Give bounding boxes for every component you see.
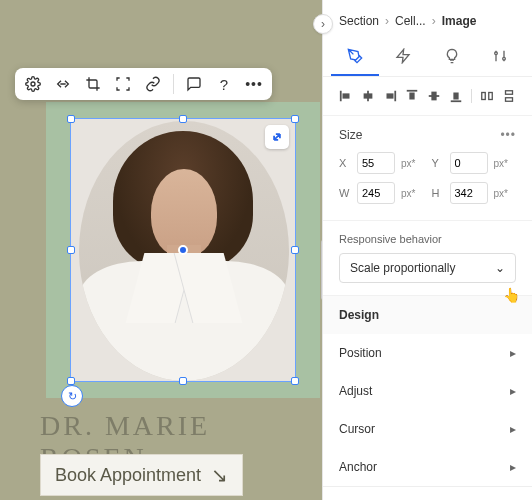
accordion-position[interactable]: Position ▸ — [323, 334, 532, 372]
svg-rect-15 — [453, 93, 458, 100]
toolbar-divider — [173, 74, 174, 94]
svg-marker-1 — [397, 49, 409, 62]
attach-icon[interactable] — [143, 74, 163, 94]
tab-ideas[interactable] — [428, 38, 476, 76]
align-right-icon[interactable] — [381, 87, 399, 105]
tab-advanced[interactable] — [476, 38, 524, 76]
stage: ? ••• — [10, 10, 322, 500]
expand-icon[interactable] — [265, 125, 289, 149]
image-selection[interactable]: ↻ — [70, 118, 296, 382]
x-input[interactable] — [357, 152, 395, 174]
book-label: Book Appointment — [55, 465, 201, 486]
canvas-area[interactable]: ? ••• — [0, 0, 322, 500]
w-unit[interactable]: px* — [401, 188, 415, 199]
responsive-section: Responsive behavior Scale proportionally… — [323, 221, 532, 296]
alignment-row — [323, 77, 532, 116]
y-label: Y — [432, 157, 444, 169]
responsive-label: Responsive behavior — [339, 233, 516, 245]
crumb-image[interactable]: Image — [442, 14, 477, 28]
chevron-icon: › — [385, 14, 389, 28]
resize-handle-mr[interactable] — [291, 246, 299, 254]
align-divider — [471, 89, 472, 103]
x-label: X — [339, 157, 351, 169]
focus-icon[interactable] — [113, 74, 133, 94]
responsive-value: Scale proportionally — [350, 261, 455, 275]
resize-handle-tl[interactable] — [67, 115, 75, 123]
chevron-down-icon: ⌄ — [495, 261, 505, 275]
svg-rect-8 — [394, 91, 396, 102]
h-label: H — [432, 187, 444, 199]
y-unit[interactable]: px* — [494, 158, 508, 169]
svg-point-3 — [503, 57, 506, 60]
align-center-v-icon[interactable] — [425, 87, 443, 105]
align-bottom-icon[interactable] — [447, 87, 465, 105]
chevron-icon: ▸ — [510, 460, 516, 474]
svg-rect-18 — [506, 91, 513, 95]
more-icon[interactable]: ••• — [244, 74, 264, 94]
w-input[interactable] — [357, 182, 395, 204]
svg-rect-13 — [431, 92, 436, 101]
svg-rect-11 — [409, 93, 414, 100]
settings-icon[interactable] — [23, 74, 43, 94]
svg-rect-14 — [451, 100, 462, 102]
accordion-cursor[interactable]: Cursor ▸ — [323, 410, 532, 448]
resize-handle-br[interactable] — [291, 377, 299, 385]
breadcrumb: Section › Cell... › Image — [323, 0, 532, 38]
chevron-icon: ▸ — [510, 346, 516, 360]
svg-rect-4 — [340, 91, 342, 102]
comment-icon[interactable] — [184, 74, 204, 94]
svg-rect-9 — [387, 93, 394, 98]
accordion-design[interactable]: Design — [323, 296, 532, 334]
svg-rect-16 — [482, 93, 486, 100]
svg-rect-5 — [343, 93, 350, 98]
distribute-v-icon[interactable] — [500, 87, 518, 105]
h-input[interactable] — [450, 182, 488, 204]
h-unit[interactable]: px* — [494, 188, 508, 199]
svg-rect-19 — [506, 98, 513, 102]
svg-point-0 — [31, 82, 35, 86]
align-left-icon[interactable] — [337, 87, 355, 105]
x-unit[interactable]: px* — [401, 158, 415, 169]
resize-handle-ml[interactable] — [67, 246, 75, 254]
unlink-icon[interactable] — [53, 74, 73, 94]
crumb-cell[interactable]: Cell... — [395, 14, 426, 28]
y-input[interactable] — [450, 152, 488, 174]
collapse-panel-button[interactable]: › — [313, 14, 333, 34]
distribute-h-icon[interactable] — [478, 87, 496, 105]
accordion-adjust[interactable]: Adjust ▸ — [323, 372, 532, 410]
svg-rect-17 — [489, 93, 493, 100]
crumb-section[interactable]: Section — [339, 14, 379, 28]
align-center-h-icon[interactable] — [359, 87, 377, 105]
rotate-handle[interactable]: ↻ — [61, 385, 83, 407]
resize-handle-bl[interactable] — [67, 377, 75, 385]
resize-handle-tr[interactable] — [291, 115, 299, 123]
resize-handle-tm[interactable] — [179, 115, 187, 123]
floating-toolbar: ? ••• — [15, 68, 272, 100]
book-appointment-button[interactable]: Book Appointment ↘ — [40, 454, 243, 496]
responsive-select[interactable]: Scale proportionally ⌄ — [339, 253, 516, 283]
arrow-icon: ↘ — [211, 463, 228, 487]
svg-rect-7 — [364, 93, 373, 98]
size-section: Size ••• X px* Y px* W px* H — [323, 116, 532, 221]
svg-rect-10 — [407, 90, 418, 92]
inspector-panel: › Section › Cell... › Image Size ••• X — [322, 0, 532, 500]
chevron-icon: ▸ — [510, 384, 516, 398]
tab-design[interactable] — [331, 38, 379, 76]
size-label: Size — [339, 128, 362, 142]
w-label: W — [339, 187, 351, 199]
tab-interactions[interactable] — [379, 38, 427, 76]
help-icon[interactable]: ? — [214, 74, 234, 94]
resize-handle-bm[interactable] — [179, 377, 187, 385]
chevron-icon: ▸ — [510, 422, 516, 436]
chevron-icon: › — [432, 14, 436, 28]
align-top-icon[interactable] — [403, 87, 421, 105]
accordion: Design Position ▸ Adjust ▸ Cursor ▸ Anch… — [323, 296, 532, 487]
center-handle[interactable] — [178, 245, 188, 255]
svg-point-2 — [495, 52, 498, 55]
crop-icon[interactable] — [83, 74, 103, 94]
accordion-anchor[interactable]: Anchor ▸ — [323, 448, 532, 486]
inspector-tabs — [323, 38, 532, 77]
size-more-icon[interactable]: ••• — [500, 128, 516, 142]
